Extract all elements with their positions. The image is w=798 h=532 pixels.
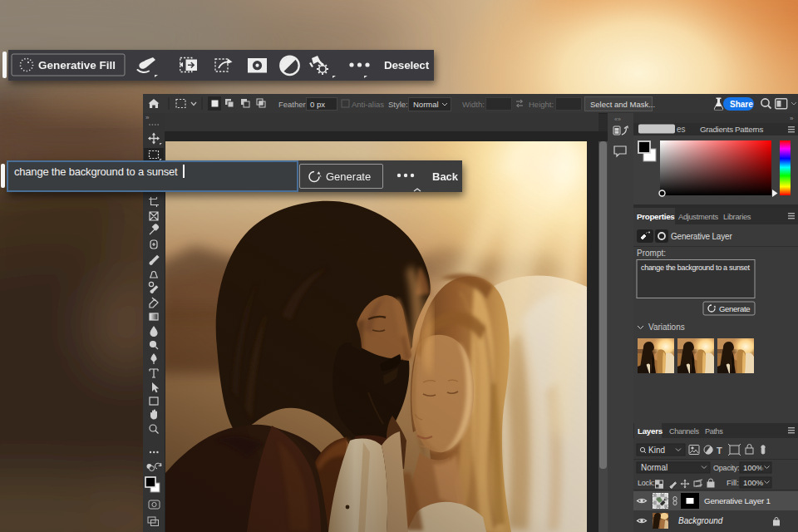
svg-text:Opacity:: Opacity: bbox=[713, 464, 739, 472]
svg-text:100%: 100% bbox=[743, 478, 764, 487]
svg-text:Paths: Paths bbox=[705, 427, 723, 436]
svg-text:Generate: Generate bbox=[719, 304, 750, 313]
svg-text:Normal: Normal bbox=[641, 463, 667, 472]
svg-text:Prompt:: Prompt: bbox=[637, 249, 666, 258]
svg-text:Background: Background bbox=[678, 516, 723, 525]
svg-text:«»: «» bbox=[614, 116, 621, 122]
svg-text:»: » bbox=[145, 114, 150, 121]
svg-text:Lock:: Lock: bbox=[638, 479, 655, 487]
svg-text:»: » bbox=[790, 115, 794, 122]
svg-text:change the background to a sun: change the background to a sunset bbox=[641, 264, 751, 272]
svg-text:Generative Layer 1: Generative Layer 1 bbox=[704, 496, 771, 505]
svg-text:Kind: Kind bbox=[648, 446, 665, 455]
svg-text:T: T bbox=[717, 446, 722, 456]
svg-text:100%: 100% bbox=[743, 463, 764, 472]
svg-text:Fill:: Fill: bbox=[727, 478, 739, 487]
svg-text:Channels: Channels bbox=[669, 427, 699, 436]
svg-text:Properties: Properties bbox=[637, 212, 675, 221]
svg-text:es: es bbox=[677, 125, 686, 134]
svg-text:Adjustments: Adjustments bbox=[678, 212, 718, 221]
svg-text:Layers: Layers bbox=[638, 426, 663, 436]
svg-text:Deselect: Deselect bbox=[384, 59, 430, 71]
svg-text:Patterns: Patterns bbox=[735, 125, 763, 134]
svg-text:Gradients: Gradients bbox=[700, 125, 733, 134]
svg-text:Libraries: Libraries bbox=[723, 212, 751, 221]
svg-text:Generative Fill: Generative Fill bbox=[38, 59, 116, 71]
svg-text:Generative Layer: Generative Layer bbox=[671, 232, 732, 241]
svg-text:Variations: Variations bbox=[648, 323, 685, 332]
